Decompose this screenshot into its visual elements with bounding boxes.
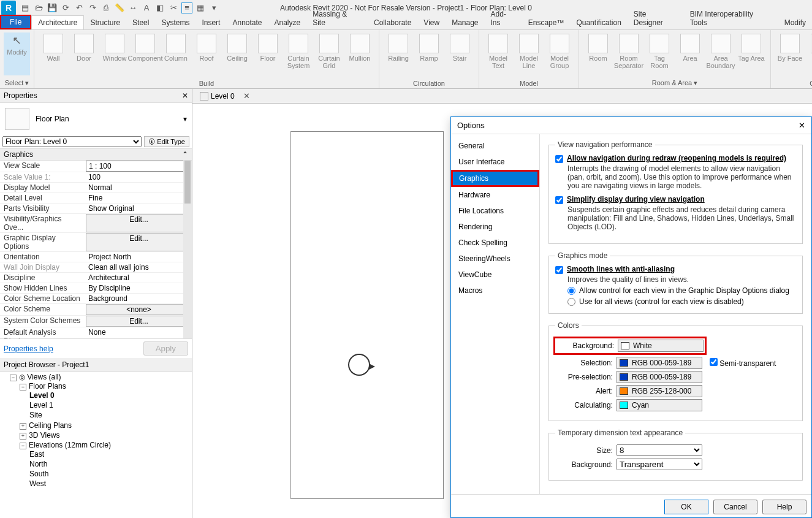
qat-undo-icon[interactable]: ↶ (74, 2, 85, 13)
color-button[interactable]: RGB 000-059-189 (617, 371, 702, 383)
tab-analyze[interactable]: Analyze (268, 16, 307, 29)
qat-measure-icon[interactable]: 📏 (114, 2, 125, 13)
qat-3d-icon[interactable]: ◧ (154, 2, 165, 13)
prop-row[interactable]: Parts VisibilityShow Original (0, 204, 192, 214)
options-tab-general[interactable]: General (451, 138, 539, 154)
color-button[interactable]: RGB 255-128-000 (617, 385, 702, 397)
ribbon-component-button[interactable]: Component (130, 32, 161, 76)
ribbon-model-group-button[interactable]: Model Group (544, 32, 575, 76)
tab-quantification[interactable]: Quantification (570, 16, 627, 29)
elev-north[interactable]: North (29, 459, 192, 469)
qat-redo-icon[interactable]: ↷ (87, 2, 98, 13)
ribbon-stair-button[interactable]: Stair (444, 32, 475, 76)
close-icon[interactable]: ✕ (182, 91, 188, 100)
elev-west[interactable]: West (29, 479, 192, 489)
aa-all-views-radio[interactable] (567, 298, 575, 306)
ribbon-tag-area-button[interactable]: Tag Area (736, 32, 767, 75)
3d-views-node[interactable]: 3D Views (29, 431, 59, 440)
ribbon-ramp-button[interactable]: Ramp (414, 32, 444, 76)
options-tab-check-spelling[interactable]: Check Spelling (451, 235, 539, 251)
tab-modify[interactable]: Modify (778, 16, 812, 29)
options-tab-steeringwheels[interactable]: SteeringWheels (451, 251, 539, 267)
prop-row[interactable]: Color Scheme<none> (0, 304, 192, 316)
tab-manage[interactable]: Manage (446, 16, 484, 29)
dialog-close-icon[interactable]: ✕ (799, 121, 805, 130)
view-tab-level0[interactable]: Level 0 (195, 91, 240, 102)
prop-row[interactable]: Color Scheme LocationBackground (0, 294, 192, 304)
elev-south[interactable]: South (29, 469, 192, 479)
allow-nav-checkbox[interactable] (555, 155, 563, 163)
qat-print-icon[interactable]: ⎙ (101, 2, 112, 13)
qat-thinlines-icon[interactable]: ≡ (181, 2, 192, 13)
views-all[interactable]: Views (all) (27, 373, 61, 381)
tab-collaborate[interactable]: Collaborate (368, 16, 417, 29)
qat-close-icon[interactable]: ▾ (208, 2, 219, 13)
prop-row[interactable]: Detail LevelFine (0, 193, 192, 204)
prop-row[interactable]: Wall Join DisplayClean all wall joins (0, 262, 192, 273)
ribbon-model-line-button[interactable]: Model Line (514, 32, 544, 76)
ribbon-mullion-button[interactable]: Mullion (344, 32, 375, 76)
ribbon-area-button[interactable]: Area (675, 32, 705, 75)
tab-file[interactable]: File (0, 15, 31, 29)
ribbon-column-button[interactable]: Column (161, 32, 191, 76)
help-button[interactable]: Help (762, 500, 806, 514)
semi-transparent-checkbox[interactable] (710, 358, 718, 366)
qat-dim-icon[interactable]: ↔ (127, 2, 138, 13)
tab-annotate[interactable]: Annotate (226, 16, 268, 29)
qat-open-icon[interactable]: 🗁 (33, 2, 44, 13)
prop-row[interactable]: Scale Value 1:100 (0, 172, 192, 183)
options-tab-macros[interactable]: Macros (451, 283, 539, 299)
options-tab-rendering[interactable]: Rendering (451, 219, 539, 235)
view-level1[interactable]: Level 1 (29, 400, 192, 410)
view-level0[interactable]: Level 0 (29, 390, 192, 400)
tab-enscape[interactable]: Enscape™ (522, 16, 571, 29)
options-tab-graphics[interactable]: Graphics (451, 170, 539, 187)
elevation-marker[interactable] (348, 354, 370, 376)
options-tab-user-interface[interactable]: User Interface (451, 154, 539, 170)
apply-button[interactable]: Apply (143, 341, 188, 356)
tab-view[interactable]: View (417, 16, 446, 29)
ribbon-shaft-button[interactable]: Shaft (805, 32, 812, 76)
ribbon-curtain-grid-button[interactable]: Curtain Grid (314, 32, 344, 76)
prop-row[interactable]: OrientationProject North (0, 252, 192, 262)
color-button[interactable]: RGB 000-059-189 (617, 357, 702, 369)
tab-bim[interactable]: BIM Interoperability Tools (684, 7, 778, 29)
color-button[interactable]: Cyan (617, 399, 702, 411)
modify-button[interactable]: ↖Modify (4, 32, 30, 75)
tab-insert[interactable]: Insert (195, 16, 226, 29)
cancel-button[interactable]: Cancel (713, 500, 757, 514)
tab-structure[interactable]: Structure (84, 16, 126, 29)
qat-recent-icon[interactable]: ▤ (20, 2, 31, 13)
qat-text-icon[interactable]: A (141, 2, 152, 13)
qat-sync-icon[interactable]: ⟳ (60, 2, 71, 13)
collapse-icon[interactable]: − (20, 443, 26, 449)
ribbon-door-button[interactable]: Door (69, 32, 99, 76)
qat-sheet-icon[interactable]: ▦ (195, 2, 206, 13)
elevations-node[interactable]: Elevations (12mm Circle) (29, 441, 111, 449)
ribbon-tag-room-button[interactable]: Tag Room (644, 32, 675, 75)
prop-row[interactable]: Default Analysis Displa...None (0, 327, 192, 338)
ribbon-ceiling-button[interactable]: Ceiling (222, 32, 252, 76)
simplify-checkbox[interactable] (555, 196, 563, 204)
ribbon-roof-button[interactable]: Roof (191, 32, 222, 76)
ceiling-plans-node[interactable]: Ceiling Plans (29, 421, 72, 430)
ribbon-model-text-button[interactable]: Model Text (483, 32, 514, 76)
properties-help-link[interactable]: Properties help (4, 345, 53, 353)
options-tab-viewcube[interactable]: ViewCube (451, 267, 539, 283)
elev-east[interactable]: East (29, 449, 192, 459)
close-view-icon[interactable]: ✕ (243, 91, 250, 101)
tab-systems[interactable]: Systems (155, 16, 195, 29)
prop-row[interactable]: System Color SchemesEdit... (0, 316, 192, 327)
group-select[interactable]: Select ▾ (0, 78, 34, 88)
ribbon-window-button[interactable]: Window (99, 32, 130, 76)
ok-button[interactable]: OK (664, 500, 708, 514)
prop-row[interactable]: Graphic Display OptionsEdit... (0, 233, 192, 252)
options-tab-hardware[interactable]: Hardware (451, 187, 539, 203)
type-selector[interactable]: Floor Plan ▾ (0, 103, 192, 135)
prop-row[interactable]: DisciplineArchitectural (0, 273, 192, 283)
ribbon-wall-button[interactable]: Wall (38, 32, 69, 76)
ribbon-area-boundary-button[interactable]: Area Boundary (705, 32, 736, 75)
qat-save-icon[interactable]: 💾 (47, 2, 58, 13)
prop-row[interactable]: Show Hidden LinesBy Discipline (0, 283, 192, 294)
expand-icon[interactable]: + (20, 433, 26, 440)
